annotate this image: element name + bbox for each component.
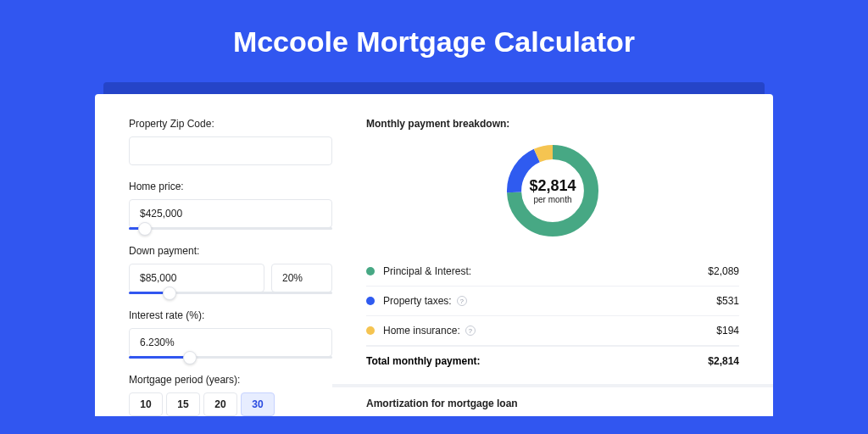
slider-thumb[interactable]: [163, 287, 176, 300]
home-price-input[interactable]: [129, 199, 332, 228]
legend-dot-icon: [366, 297, 375, 305]
info-icon[interactable]: ?: [457, 296, 467, 306]
home-price-group: Home price:: [129, 181, 332, 230]
zip-label: Property Zip Code:: [129, 118, 332, 130]
donut-sub: per month: [533, 195, 571, 204]
donut-amount: $2,814: [529, 177, 576, 195]
down-payment-amount-input[interactable]: [129, 264, 264, 292]
period-options: 10 15 20 30: [129, 392, 332, 416]
period-btn-10[interactable]: 10: [129, 392, 163, 416]
down-payment-group: Down payment:: [129, 245, 332, 294]
card-shadow: [103, 82, 765, 94]
period-label: Mortgage period (years):: [129, 374, 332, 386]
slider-thumb[interactable]: [138, 222, 152, 236]
legend-label: Principal & Interest:: [383, 265, 471, 277]
breakdown-title: Monthly payment breakdown:: [366, 118, 739, 130]
donut-chart-wrap: $2,814 per month: [366, 140, 739, 242]
amortization-title: Amortization for mortgage loan: [366, 398, 739, 409]
legend-value: $2,089: [708, 265, 739, 277]
home-price-label: Home price:: [129, 181, 332, 192]
period-btn-20[interactable]: 20: [203, 392, 237, 416]
legend-dot-icon: [366, 267, 375, 275]
interest-input[interactable]: [129, 328, 332, 357]
down-payment-pct-input[interactable]: [271, 264, 332, 292]
zip-input[interactable]: [129, 136, 332, 165]
calculator-card: Property Zip Code: Home price: Down paym…: [95, 94, 773, 416]
period-btn-30[interactable]: 30: [241, 392, 275, 416]
total-row: Total monthly payment: $2,814: [366, 346, 739, 372]
legend-value: $194: [716, 325, 739, 337]
down-payment-slider[interactable]: [129, 292, 332, 294]
home-price-slider[interactable]: [129, 227, 332, 230]
total-label: Total monthly payment:: [366, 355, 480, 367]
legend-row-principal: Principal & Interest: $2,089: [366, 257, 739, 287]
legend-row-insurance: Home insurance: ? $194: [366, 316, 739, 346]
info-icon[interactable]: ?: [465, 326, 476, 336]
period-btn-15[interactable]: 15: [166, 392, 200, 416]
legend-label: Property taxes:: [383, 295, 452, 307]
period-group: Mortgage period (years): 10 15 20 30: [129, 374, 332, 416]
legend-row-taxes: Property taxes: ? $531: [366, 287, 739, 316]
interest-label: Interest rate (%):: [129, 309, 332, 321]
interest-slider[interactable]: [129, 356, 332, 359]
donut-chart: $2,814 per month: [502, 140, 604, 242]
page-title: Mccoole Mortgage Calculator: [233, 25, 635, 58]
legend-dot-icon: [366, 326, 375, 335]
interest-group: Interest rate (%):: [129, 309, 332, 359]
legend-label: Home insurance:: [383, 325, 460, 337]
down-payment-label: Down payment:: [129, 245, 332, 257]
zip-group: Property Zip Code:: [129, 118, 332, 165]
inputs-column: Property Zip Code: Home price: Down paym…: [129, 118, 332, 416]
section-divider: [332, 384, 773, 387]
legend-value: $531: [716, 295, 739, 307]
breakdown-column: Monthly payment breakdown: $2,814 per mo…: [366, 118, 739, 416]
slider-thumb[interactable]: [183, 351, 197, 364]
donut-center: $2,814 per month: [502, 140, 604, 242]
total-value: $2,814: [708, 355, 739, 367]
